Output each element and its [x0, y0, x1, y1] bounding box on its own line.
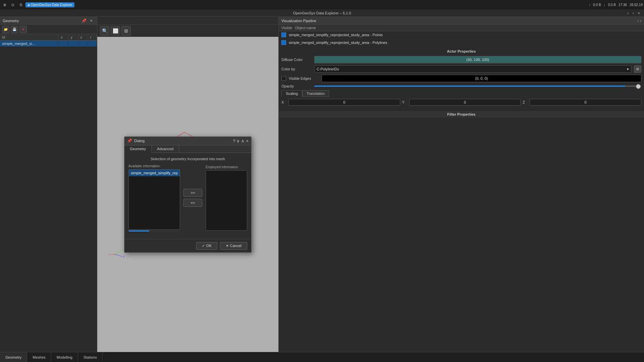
dialog-controls: ? ∨ ∧ × [233, 139, 249, 143]
dialog-pin-icon[interactable]: 📌 [127, 138, 132, 143]
titlebar-controls: ‹ › × [626, 11, 641, 15]
svg-point-7 [115, 254, 116, 255]
dialog-footer: ✓ OK ✕ Cancel [124, 239, 251, 252]
color-by-row: Color by C-PolylineIDs ▾ ⚙ [281, 65, 641, 73]
col-x: x [59, 34, 68, 41]
taskbar-icons: ⊞ ⊡ ☰ [1, 1, 24, 8]
cancel-label: Cancel [230, 244, 241, 248]
dialog-ok-btn[interactable]: ✓ OK [196, 242, 217, 250]
color-by-select[interactable]: C-PolylineIDs ▾ [314, 65, 631, 73]
date: 28.02.19 [630, 3, 643, 7]
taskbar-right: ↑ 0.0 B ↓ 0.0 B 17:36 28.02.19 [589, 3, 643, 7]
y-input[interactable]: 0 [409, 99, 521, 106]
x-input[interactable]: 0 [288, 99, 400, 106]
network-down-icon: ↓ [604, 3, 605, 7]
geometry-table: Id x y z r simple_merged_si... [0, 34, 97, 47]
pipeline-item-1[interactable]: simple_merged_simplify_reprojected_study… [279, 39, 644, 47]
dialog-employed-label: Employed information [206, 165, 247, 169]
view-fit-btn[interactable]: ⬜ [111, 26, 120, 36]
app-titlebar: OpenGeoSys Data Explorer – 6.1.0 ‹ › × [0, 9, 644, 17]
left-panel: Geometry 📌 × 📁 💾 ✕ Id x y z r simple_mer… [0, 17, 97, 352]
close-panel-icon[interactable]: × [88, 18, 94, 24]
svg-line-1 [115, 250, 122, 254]
dialog-available-scrollbar[interactable] [128, 230, 180, 232]
network-download: 0.0 B [608, 3, 616, 7]
scaling-tab[interactable]: Scaling [281, 90, 302, 97]
pipeline-checkbox-0[interactable] [281, 33, 286, 37]
svg-text:Z: Z [123, 255, 124, 258]
titlebar-maximize-btn[interactable]: › [631, 11, 635, 15]
diffuse-color-row: Diffuse Color (50, 100, 100) [281, 56, 641, 63]
statusbar-tab-meshes[interactable]: Meshes [27, 352, 51, 362]
dialog: 📌 Dialog ? ∨ ∧ × Geometry Advanced Selec… [124, 136, 252, 253]
app-title: OpenGeoSys Data Explorer – 6.1.0 [293, 11, 351, 15]
opacity-label: Opacity [281, 84, 312, 88]
col-z: z [78, 34, 88, 41]
dialog-maximize-btn[interactable]: ∧ [241, 139, 245, 143]
dialog-available-label: Available information: [128, 164, 180, 168]
delete-btn[interactable]: ✕ [19, 26, 27, 33]
row-x [59, 41, 68, 47]
actor-props-title: Actor Properties [281, 49, 641, 53]
opacity-slider[interactable] [314, 85, 641, 87]
diffuse-color-label: Diffuse Color [281, 58, 312, 62]
left-panel-title: Geometry [3, 19, 19, 23]
dialog-cancel-btn[interactable]: ✕ Cancel [220, 242, 247, 250]
dialog-close-btn[interactable]: × [246, 139, 249, 143]
pipeline-item-0[interactable]: simple_merged_simplify_reprojected_study… [279, 31, 644, 39]
zoom-icon-btn[interactable]: 🔍 [100, 26, 109, 36]
ok-check-icon: ✓ [202, 244, 205, 248]
statusbar-tab-geometry[interactable]: Geometry [0, 352, 27, 362]
svg-line-2 [115, 254, 122, 257]
dialog-tab-advanced[interactable]: Advanced [152, 145, 179, 153]
z-input[interactable]: 0 [530, 99, 641, 106]
cancel-x-icon: ✕ [226, 244, 229, 248]
col-id: Id [0, 34, 59, 41]
dialog-employed-list[interactable] [206, 170, 247, 231]
visible-edges-row: Visible Edges (0, 0, 0) [281, 75, 641, 82]
visible-edges-checkbox[interactable] [281, 76, 286, 81]
pipeline-item-name-0: simple_merged_simplify_reprojected_study… [289, 33, 383, 37]
dialog-help-btn[interactable]: ? [233, 139, 235, 143]
vis-pin-icon[interactable]: ‹ [638, 19, 639, 23]
clock: 17:36 [619, 3, 627, 7]
col-y: y [68, 34, 78, 41]
table-row[interactable]: simple_merged_si... [0, 41, 97, 47]
pin-icon[interactable]: 📌 [81, 18, 87, 24]
pipeline-checkbox-1[interactable] [281, 40, 286, 45]
translation-tab[interactable]: Translation [302, 90, 329, 97]
dialog-minimize-btn[interactable]: ∨ [236, 139, 240, 143]
dialog-list-item-0[interactable]: simple_merged_simplify_rep [129, 170, 180, 176]
dialog-title: Dialog [134, 139, 145, 143]
left-panel-toolbar: 📁 💾 ✕ [0, 25, 97, 34]
dialog-tab-geometry[interactable]: Geometry [124, 145, 152, 153]
taskbar-app-icon: ◈ [28, 3, 30, 7]
taskbar-app-label: OpenGeoSys Data Explorer [31, 3, 72, 7]
save-btn[interactable]: 💾 [11, 26, 18, 33]
dialog-employed-container: Employed information [206, 165, 247, 231]
dialog-lists: Available information: simple_merged_sim… [128, 164, 247, 232]
dialog-available-list[interactable]: simple_merged_simplify_rep [128, 169, 180, 230]
statusbar-tab-stations[interactable]: Stations [78, 352, 103, 362]
diffuse-color-swatch[interactable]: (50, 100, 100) [314, 56, 641, 63]
vis-pipeline-cols: Visible Object name [279, 25, 644, 31]
dialog-back-btn[interactable]: << [183, 199, 202, 207]
taskbar-task-icon[interactable]: ☰ [17, 1, 24, 8]
folder-open-btn[interactable]: 📁 [2, 26, 9, 33]
dialog-titlebar: 📌 Dialog ? ∨ ∧ × [124, 137, 251, 145]
taskbar-app[interactable]: ◈ OpenGeoSys Data Explorer [25, 2, 74, 7]
start-icon[interactable]: ⊞ [1, 1, 8, 8]
view-ortho-btn[interactable]: ⊞ [121, 26, 131, 36]
dialog-section-title: Selection of geometry Incorporated into … [128, 157, 247, 161]
taskbar-search-icon[interactable]: ⊡ [9, 1, 16, 8]
xyz-row: X 0 Y 0 Z 0 [281, 99, 641, 106]
vis-close-icon[interactable]: › [640, 19, 641, 23]
z-value: 0 [585, 100, 587, 104]
dialog-forward-btn[interactable]: >> [183, 189, 202, 197]
edges-color-swatch[interactable]: (0, 0, 0) [322, 75, 641, 82]
titlebar-minimize-btn[interactable]: ‹ [626, 11, 630, 15]
x-label: X [281, 100, 286, 104]
color-by-extra-btn[interactable]: ⚙ [634, 65, 641, 73]
statusbar-tab-modelling[interactable]: Modelling [51, 352, 78, 362]
titlebar-close-btn[interactable]: × [637, 11, 641, 15]
